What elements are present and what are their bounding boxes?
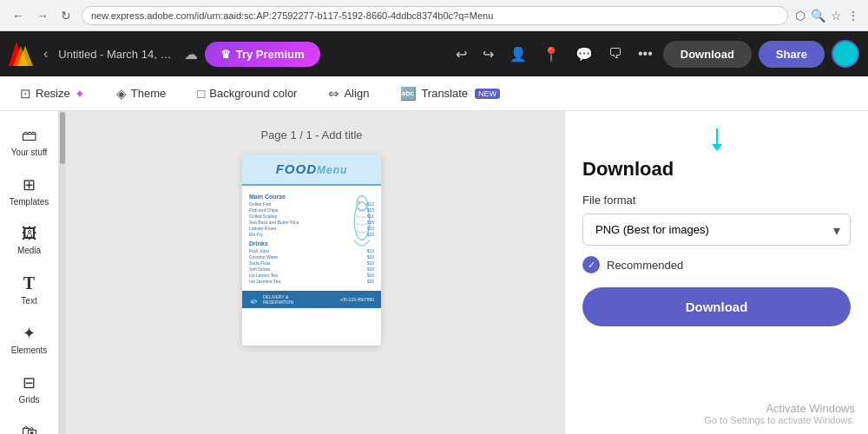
- format-select[interactable]: PNG (Best for images) JPG PDF SVG: [582, 214, 851, 246]
- try-premium-label: Try Premium: [236, 48, 305, 61]
- header-icons: ↩ ↪ 👤 📍 💬 🗨 •••: [452, 43, 656, 66]
- nav-back-button[interactable]: ‹: [40, 43, 51, 65]
- menu-body: Main Course Grilled Fish$12 Fish and Chi…: [242, 186, 381, 289]
- bookmark-icon[interactable]: ☆: [831, 9, 842, 23]
- media-icon: 🖼: [22, 225, 37, 243]
- forward-button[interactable]: →: [33, 7, 52, 24]
- align-tool[interactable]: ⇔ Align: [321, 82, 376, 105]
- share-label: Share: [776, 48, 807, 61]
- fish-illustration: [345, 194, 379, 255]
- format-select-wrapper: PNG (Best for images) JPG PDF SVG ▾: [582, 214, 851, 246]
- chat-icon[interactable]: 💬: [572, 43, 596, 66]
- your-stuff-label: Your stuff: [11, 148, 48, 157]
- arrow-head: [712, 144, 722, 151]
- elements-icon: ✦: [23, 324, 36, 343]
- reload-button[interactable]: ↻: [57, 7, 75, 24]
- extensions-icon[interactable]: ⬡: [795, 9, 806, 23]
- scroll-thumb: [60, 112, 65, 164]
- resize-premium-icon: ✦: [75, 87, 85, 101]
- media-label: Media: [17, 246, 41, 255]
- zoom-icon[interactable]: 🔍: [811, 9, 825, 23]
- background-color-icon: □: [197, 86, 205, 101]
- user-avatar[interactable]: [832, 40, 859, 68]
- recommended-check-icon: ✓: [582, 256, 600, 273]
- activate-windows-title: Activate Windows: [704, 402, 855, 415]
- try-premium-button[interactable]: ♛ Try Premium: [205, 42, 320, 67]
- background-color-tool[interactable]: □ Background color: [190, 82, 304, 104]
- menu-header: FOODMenu: [242, 155, 381, 186]
- url-text: new.express.adobe.com/id/urn:aaid:sc:AP:…: [91, 10, 493, 21]
- sidebar-item-add-ons[interactable]: 🛍 Add-ons: [4, 416, 55, 434]
- header-download-label: Download: [681, 48, 734, 61]
- recommended-text: Recommended: [607, 259, 683, 272]
- svg-point-6: [358, 201, 360, 203]
- download-action-button[interactable]: Download: [582, 287, 851, 326]
- drink-4: Soft Drinks$10: [249, 266, 374, 272]
- theme-label: Theme: [131, 87, 166, 100]
- templates-icon: ⊞: [23, 175, 36, 194]
- sidebar-item-elements[interactable]: ✦ Elements: [4, 317, 55, 362]
- document-title: Untitled - March 14, 2024 at 07:39...: [58, 48, 176, 61]
- templates-label: Templates: [10, 197, 49, 207]
- activate-windows-notice: Activate Windows Go to Settings to activ…: [704, 402, 855, 425]
- grids-label: Grids: [19, 395, 40, 404]
- arrow-indicator: [712, 128, 722, 151]
- undo-button[interactable]: ↩: [452, 43, 470, 66]
- theme-icon: ◈: [116, 86, 127, 102]
- canvas-scrollbar[interactable]: [59, 111, 66, 434]
- download-panel: Download File format PNG (Best for image…: [564, 111, 868, 434]
- profile-icon[interactable]: 👤: [506, 43, 530, 66]
- elements-label: Elements: [11, 345, 48, 355]
- file-format-label: File format: [582, 194, 851, 207]
- resize-tool[interactable]: ⊡ Resize ✦: [13, 82, 92, 105]
- app-header: ‹ Untitled - March 14, 2024 at 07:39... …: [0, 31, 868, 76]
- food-menu-title: FOODMenu: [249, 161, 374, 177]
- text-label: Text: [21, 296, 36, 306]
- page-title: Page 1 / 1 - Add title: [260, 128, 362, 141]
- canvas-document[interactable]: FOODMenu Main Course Grilled Fish$12: [242, 155, 381, 345]
- drink-3: Soda Float$10: [249, 260, 374, 266]
- crown-icon: ♛: [220, 48, 231, 61]
- more-icon[interactable]: ⋮: [847, 9, 859, 23]
- redo-button[interactable]: ↪: [479, 43, 497, 66]
- translate-tool[interactable]: 🔤 Translate NEW: [393, 82, 507, 105]
- new-badge: NEW: [475, 89, 500, 99]
- sidebar-item-templates[interactable]: ⊞ Templates: [4, 168, 55, 214]
- background-color-label: Background color: [209, 87, 297, 100]
- drink-6: Ice Jasmine Tea$20: [249, 279, 374, 284]
- toolbar: ⊡ Resize ✦ ◈ Theme □ Background color ⇔ …: [0, 76, 868, 111]
- menu-footer: 🐟 DELIVERY & RESERVATION +00-123-4567890: [242, 291, 381, 308]
- left-sidebar: 🗃 Your stuff ⊞ Templates 🖼 Media T Text …: [0, 111, 59, 434]
- cloud-icon: ☁: [184, 46, 198, 62]
- share-button[interactable]: Share: [759, 41, 825, 68]
- resize-icon: ⊡: [20, 86, 31, 102]
- resize-label: Resize: [36, 87, 70, 100]
- text-icon: T: [23, 273, 35, 293]
- svg-point-4: [354, 202, 370, 240]
- activate-windows-subtitle: Go to Settings to activate Windows.: [704, 415, 855, 425]
- sidebar-item-your-stuff[interactable]: 🗃 Your stuff: [4, 120, 55, 164]
- address-bar[interactable]: new.express.adobe.com/id/urn:aaid:sc:AP:…: [82, 6, 788, 25]
- arrow-line: [716, 128, 718, 144]
- theme-tool[interactable]: ◈ Theme: [109, 82, 173, 105]
- align-label: Align: [344, 87, 369, 100]
- main-layout: 🗃 Your stuff ⊞ Templates 🖼 Media T Text …: [0, 111, 868, 434]
- grids-icon: ⊟: [23, 373, 36, 392]
- align-icon: ⇔: [328, 86, 339, 102]
- comment-icon[interactable]: 🗨: [605, 43, 626, 65]
- canvas-area[interactable]: Page 1 / 1 - Add title FOODMenu: [59, 111, 564, 434]
- header-download-button[interactable]: Download: [663, 41, 752, 68]
- sidebar-item-media[interactable]: 🖼 Media: [4, 218, 55, 262]
- translate-label: Translate: [421, 87, 468, 100]
- more-options-icon[interactable]: •••: [635, 43, 656, 65]
- sidebar-item-text[interactable]: T Text: [4, 266, 55, 312]
- download-panel-title: Download: [582, 158, 851, 181]
- footer-text-2: RESERVATION: [263, 299, 293, 305]
- sidebar-item-grids[interactable]: ⊟ Grids: [4, 366, 55, 411]
- back-button[interactable]: ←: [9, 7, 28, 24]
- footer-phone: +00-123-4567890: [339, 297, 374, 302]
- browser-icons: ⬡ 🔍 ☆ ⋮: [795, 9, 859, 23]
- browser-nav: ← → ↻: [9, 7, 75, 24]
- adobe-logo: [9, 42, 33, 66]
- location-icon[interactable]: 📍: [539, 43, 563, 66]
